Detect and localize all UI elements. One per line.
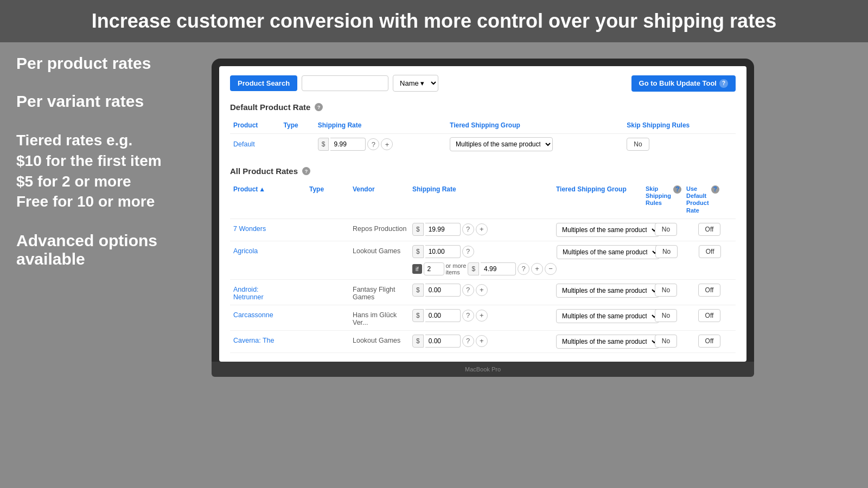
default-rate-help-icon[interactable]: ? [367, 138, 379, 150]
vendor-cell-agricola: Lookout Games [353, 245, 412, 255]
all-rates-section-title: All Product Rates ? [230, 166, 736, 176]
default-product-link[interactable]: Default [233, 140, 255, 148]
dollar-sign: $ [412, 335, 424, 348]
rate-input-carcassonne[interactable] [425, 309, 461, 322]
search-input[interactable] [302, 75, 388, 91]
tiered-cell-7wonders: Multiples of the same product [556, 223, 646, 237]
bulk-update-help-icon: ? [719, 79, 728, 88]
rate-input-7wonders[interactable] [425, 223, 461, 236]
tiered-select-carcassonne[interactable]: Multiples of the same product [556, 309, 659, 323]
all-col-product: Product ▲ [233, 185, 309, 214]
product-cell: 7 Wonders [233, 223, 309, 233]
product-cell-caverna: Caverna: The [233, 335, 309, 344]
col-shipping-rate: Shipping Rate [315, 119, 446, 134]
rate-cell-agricola: $ ? if or moreitems $ [412, 245, 557, 275]
laptop-label: MacBook Pro [465, 366, 501, 373]
banner-title: Increase customer conversion with more c… [16, 10, 852, 33]
default-cell-agricola: Off [687, 245, 733, 258]
name-select[interactable]: Name ▾ [393, 75, 438, 92]
rate-input-android[interactable] [425, 284, 461, 297]
table-row: Carcassonne Hans im Glück Ver... $ ? [230, 305, 736, 331]
help-icon-android[interactable]: ? [462, 284, 474, 296]
laptop-screen: Product Search Name ▾ Go to Bulk Update … [219, 66, 746, 362]
product-search-button[interactable]: Product Search [230, 75, 297, 91]
left-panel: Per product rates Per variant rates Tier… [16, 54, 217, 288]
product-link-agricola[interactable]: Agricola [233, 247, 258, 255]
tiered-select-caverna[interactable]: Multiples of the same product [556, 335, 659, 349]
if-label: if [412, 264, 422, 274]
all-col-default: UseDefaultProductRate? [686, 185, 732, 214]
default-section-title: Default Product Rate ? [230, 102, 736, 112]
default-rate-table: Product Type Shipping Rate Tiered Shippi… [230, 119, 736, 155]
all-col-skip: SkipShippingRules? [646, 185, 686, 214]
remove-icon-agricola[interactable]: − [545, 263, 557, 275]
rate-input-caverna[interactable] [425, 335, 461, 348]
vendor-cell-7wonders: Repos Production [353, 223, 412, 233]
default-cell-caverna: Off [686, 335, 732, 348]
default-rate-input[interactable] [330, 138, 366, 151]
feature-advanced: Advanced options available [16, 232, 217, 268]
product-link-carcassonne[interactable]: Carcassonne [233, 311, 273, 319]
default-cell-carcassonne: Off [686, 309, 732, 322]
rate-input-agricola-2[interactable] [481, 262, 516, 275]
default-btn-caverna[interactable]: Off [698, 335, 721, 348]
add-icon-agricola[interactable]: + [531, 263, 543, 275]
table-row: Android:Netrunner Fantasy Flight Games $… [230, 280, 736, 305]
default-rate-add-icon[interactable]: + [381, 138, 393, 150]
add-icon-android[interactable]: + [476, 284, 488, 296]
tiered-cell-carcassonne: Multiples of the same product [556, 309, 646, 323]
add-icon-caverna[interactable]: + [476, 335, 488, 347]
dollar-sign: $ [318, 138, 329, 151]
top-banner: Increase customer conversion with more c… [0, 0, 868, 42]
dollar-sign: $ [412, 245, 424, 258]
col-tiered-group: Tiered Shipping Group [446, 119, 623, 134]
or-more-label: or moreitems [446, 262, 467, 275]
tier-qty-agricola[interactable] [424, 262, 444, 275]
laptop-frame: Product Search Name ▾ Go to Bulk Update … [212, 59, 754, 377]
dollar-sign: $ [412, 284, 424, 297]
bulk-update-button[interactable]: Go to Bulk Update Tool ? [631, 75, 736, 92]
tiered-select-7wonders[interactable]: Multiples of the same product [556, 223, 659, 237]
default-btn-carcassonne[interactable]: Off [698, 309, 721, 322]
app-content: Product Search Name ▾ Go to Bulk Update … [219, 66, 746, 362]
skip-cell-caverna: No [646, 335, 686, 348]
all-col-type: Type [309, 185, 353, 214]
skip-btn-carcassonne[interactable]: No [655, 309, 677, 322]
bulk-update-label: Go to Bulk Update Tool [639, 79, 717, 87]
dollar-sign: $ [412, 309, 424, 322]
add-icon-carcassonne[interactable]: + [476, 310, 488, 322]
add-icon-7wonders[interactable]: + [476, 223, 488, 235]
product-link-caverna[interactable]: Caverna: The [233, 337, 275, 344]
help-icon-agricola-2[interactable]: ? [518, 263, 529, 275]
tiered-select-android[interactable]: Multiples of the same product [556, 284, 659, 298]
default-btn-android[interactable]: Off [698, 284, 721, 297]
skip-cell-7wonders: No [646, 223, 686, 236]
dollar-sign-2: $ [468, 262, 479, 275]
help-icon-agricola-1[interactable]: ? [462, 246, 474, 258]
laptop-wrapper: Product Search Name ▾ Go to Bulk Update … [212, 59, 754, 377]
tiered-select-agricola[interactable]: Multiples of the same product [557, 245, 660, 259]
skip-btn-agricola[interactable]: No [655, 245, 678, 258]
skip-btn-android[interactable]: No [655, 284, 677, 297]
product-cell-carcassonne: Carcassonne [233, 309, 309, 319]
product-link-7wonders[interactable]: 7 Wonders [233, 225, 266, 233]
default-btn-7wonders[interactable]: Off [698, 223, 721, 236]
default-skip-btn[interactable]: No [627, 138, 649, 151]
product-link-android[interactable]: Android:Netrunner [233, 286, 264, 301]
dollar-sign: $ [412, 223, 424, 236]
default-btn-agricola[interactable]: Off [699, 245, 722, 258]
rate-input-agricola-1[interactable] [425, 245, 461, 258]
default-rate-group: $ ? + [318, 138, 443, 151]
default-tiered-select[interactable]: Multiples of the same product [450, 137, 553, 151]
skip-btn-7wonders[interactable]: No [655, 223, 677, 236]
help-icon-carcassonne[interactable]: ? [462, 310, 474, 322]
all-rates-header: Product ▲ Type Vendor Shipping Rate Tier… [230, 183, 736, 219]
default-section-help-icon: ? [315, 103, 323, 111]
help-icon-7wonders[interactable]: ? [462, 223, 474, 235]
skip-btn-caverna[interactable]: No [655, 335, 677, 348]
all-col-shipping-rate: Shipping Rate [412, 185, 556, 214]
help-icon-caverna[interactable]: ? [462, 335, 474, 347]
col-skip-rules: Skip Shipping Rules [623, 119, 736, 134]
feature-per-product: Per product rates [16, 54, 217, 73]
all-col-vendor: Vendor [353, 185, 412, 214]
